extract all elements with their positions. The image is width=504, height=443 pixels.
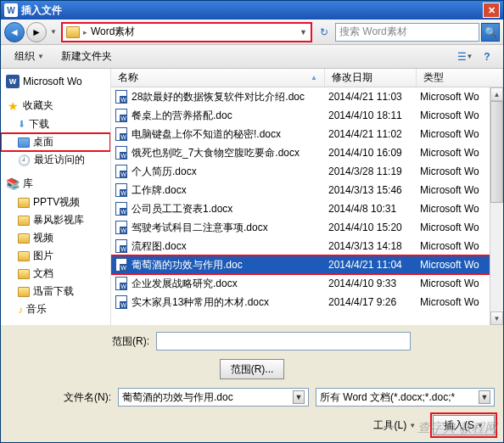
file-row[interactable]: 饿死也别吃_7大食物空腹吃要命.docx2014/4/10 16:09Micro… [111,143,503,162]
download-icon: ⬇ [18,119,25,130]
column-headers: 名称▲ 修改日期 类型 [111,69,503,87]
sidebar-item-videos[interactable]: 视频 [1,229,110,247]
column-date[interactable]: 修改日期 [325,69,417,87]
organize-menu[interactable]: 组织 ▼ [8,48,51,65]
file-name: 公司员工工资表1.docx [132,202,328,216]
file-row[interactable]: 个人简历.docx2014/3/28 11:19Microsoft Wo [111,162,503,181]
close-button[interactable]: ✕ [483,3,500,18]
file-row[interactable]: 驾驶考试科目二注意事项.docx2014/4/10 15:20Microsoft… [111,218,503,237]
chevron-down-icon: ▼ [37,53,44,60]
sidebar-favorites-label: 收藏夹 [23,98,53,113]
file-name: 电脑键盘上你不知道的秘密!.docx [132,127,328,142]
sidebar-item-documents[interactable]: 文档 [1,265,110,283]
file-name: 工作牌.docx [132,183,328,198]
chevron-down-icon[interactable]: ▼ [293,390,305,404]
sidebar-item-music[interactable]: ♪音乐 [1,300,110,318]
filename-combo[interactable]: 葡萄酒的功效与作用.doc ▼ [118,388,309,407]
range-button[interactable]: 范围(R)... [220,359,285,379]
filename-label: 文件名(N): [9,390,111,405]
sidebar-favorites[interactable]: ★ 收藏夹 [1,96,110,115]
tools-menu[interactable]: 工具(L) ▼ [363,415,426,435]
file-type: Microsoft Wo [420,165,500,177]
sidebar-item-xunlei[interactable]: 迅雷下载 [1,283,110,300]
column-type[interactable]: 类型 [417,69,503,87]
sidebar-item-pptv[interactable]: PPTV视频 [1,193,110,211]
file-name: 实木家具13种常用的木材.docx [132,295,328,310]
file-date: 2014/4/10 15:20 [328,222,420,233]
file-pane: 名称▲ 修改日期 类型 28款最好的数据恢复软件对比介绍.doc2014/4/2… [111,69,503,325]
file-type: Microsoft Wo [420,128,500,140]
titlebar: W 插入文件 ✕ [1,1,503,20]
vertical-scrollbar[interactable]: ▲ ▼ [490,87,503,325]
breadcrumb-bar[interactable]: ▸ Word素材 ▼ [62,23,311,42]
file-type: Microsoft Wo [420,109,500,121]
folder-icon [18,269,30,279]
filetype-filter-combo[interactable]: 所有 Word 文档(*.docx;*.doc;* ▼ [316,388,495,407]
file-row[interactable]: 实木家具13种常用的木材.docx2014/4/17 9:26Microsoft… [111,293,503,311]
music-icon: ♪ [18,304,23,316]
sidebar-item-recent[interactable]: 🕘 最近访问的 [1,151,110,169]
sidebar-word-recent[interactable]: W Microsoft Wo [1,72,110,91]
file-name: 流程图.docx [132,239,328,254]
file-row[interactable]: 电脑键盘上你不知道的秘密!.docx2014/4/21 11:02Microso… [111,125,503,143]
refresh-button[interactable]: ↻ [315,23,333,42]
search-button[interactable]: 🔍 [481,23,500,42]
doc-icon [115,239,128,253]
library-icon: 📚 [6,177,20,191]
doc-icon [115,109,128,122]
folder-icon [18,251,30,261]
file-name: 企业发展战略研究.docx [132,277,328,291]
filename-value: 葡萄酒的功效与作用.doc [122,390,233,405]
file-date: 2014/3/13 14:18 [328,240,420,252]
breadcrumb-text[interactable]: Word素材 [91,25,135,39]
sidebar-item-baofeng[interactable]: 暴风影视库 [1,211,110,229]
file-type: Microsoft Wo [420,278,500,289]
file-type: Microsoft Wo [420,296,500,308]
file-row[interactable]: 餐桌上的营养搭配.doc2014/4/10 18:11Microsoft Wo [111,106,503,125]
back-button[interactable]: ◄ [4,22,25,42]
breadcrumb-dropdown-icon[interactable]: ▼ [300,28,307,36]
file-name: 驾驶考试科目二注意事项.docx [132,221,328,235]
doc-icon [115,221,128,234]
file-row[interactable]: 企业发展战略研究.docx2014/4/10 9:33Microsoft Wo [111,274,503,293]
new-folder-button[interactable]: 新建文件夹 [54,48,119,65]
file-row[interactable]: 28款最好的数据恢复软件对比介绍.doc2014/4/21 11:03Micro… [111,87,503,106]
file-name: 饿死也别吃_7大食物空腹吃要命.docx [132,146,328,160]
range-label: 范围(R): [9,334,149,349]
range-input[interactable] [156,332,411,350]
forward-button[interactable]: ► [26,22,47,42]
scrollbar-up-button[interactable]: ▲ [490,87,503,101]
help-button[interactable]: ? [478,48,496,65]
filter-value: 所有 Word 文档(*.docx;*.doc;* [320,390,455,405]
scrollbar-down-button[interactable]: ▼ [490,311,503,325]
file-date: 2014/4/21 11:04 [328,259,420,271]
search-input[interactable]: 搜索 Word素材 [335,23,479,42]
file-row[interactable]: 公司员工工资表1.docx2014/4/8 10:31Microsoft Wo [111,199,503,218]
file-row[interactable]: 葡萄酒的功效与作用.doc2014/4/21 11:04Microsoft Wo [111,255,503,274]
file-date: 2014/4/17 9:26 [328,296,420,308]
file-name: 28款最好的数据恢复软件对比介绍.doc [132,90,328,104]
column-name[interactable]: 名称▲ [111,69,325,87]
navigation-bar: ◄ ► ▼ ▸ Word素材 ▼ ↻ 搜索 Word素材 🔍 [1,20,503,45]
sidebar-item-downloads[interactable]: ⬇ 下载 [1,115,110,133]
file-date: 2014/4/10 9:33 [328,278,420,289]
file-row[interactable]: 工作牌.docx2014/3/13 15:46Microsoft Wo [111,181,503,199]
desktop-icon [18,137,30,148]
content-area: W Microsoft Wo ★ 收藏夹 ⬇ 下载 桌面 🕘 [1,69,503,325]
insert-button[interactable]: 插入(S ▼ [433,415,495,435]
scrollbar-thumb[interactable] [490,101,503,203]
sidebar-item-desktop[interactable]: 桌面 [1,133,110,151]
history-dropdown[interactable]: ▼ [48,22,59,42]
file-date: 2014/3/13 15:46 [328,184,420,196]
file-type: Microsoft Wo [420,259,500,271]
insert-file-dialog: W 插入文件 ✕ ◄ ► ▼ ▸ Word素材 ▼ ↻ 搜索 Word素材 🔍 … [0,0,504,443]
sidebar-desktop-label: 桌面 [33,135,53,149]
sidebar-libraries[interactable]: 📚 库 [1,174,110,193]
view-options-button[interactable]: ☰▼ [456,48,474,65]
doc-icon [115,183,128,197]
chevron-down-icon: ▼ [477,422,484,429]
file-row[interactable]: 流程图.docx2014/3/13 14:18Microsoft Wo [111,237,503,255]
sidebar-item-pictures[interactable]: 图片 [1,247,110,265]
file-name: 个人简历.docx [132,165,328,179]
chevron-down-icon[interactable]: ▼ [479,390,490,404]
